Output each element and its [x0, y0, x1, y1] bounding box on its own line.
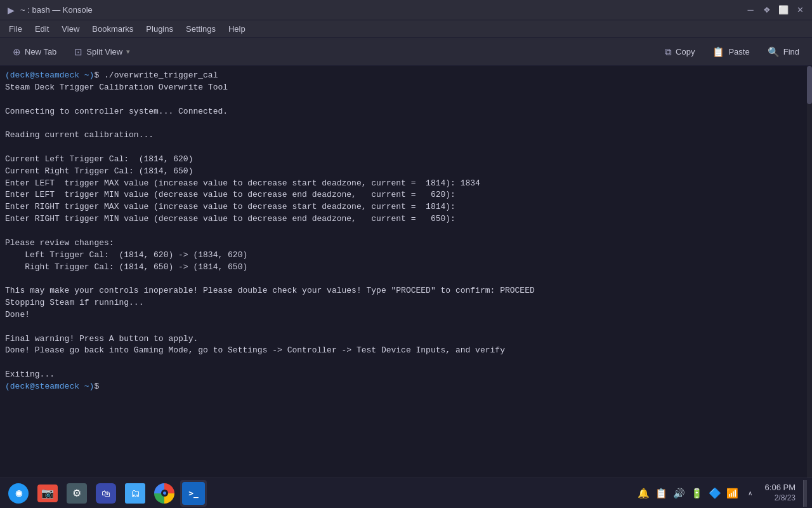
taskbar-files[interactable]: 🗂 [122, 480, 148, 507]
konsole-icon: >_ [182, 482, 205, 505]
taskbar-right: 🔔 📋 🔊 🔋 🔷 📶 ∧ 6:06 PM 2/8/23 [637, 480, 807, 507]
taskbar-settings[interactable]: ⚙ [63, 480, 90, 507]
menu-settings[interactable]: Settings [180, 20, 222, 37]
tray-volume-icon[interactable]: 🔊 [672, 486, 686, 500]
find-icon: 🔍 [768, 46, 780, 58]
titlebar: ▶ ~ : bash — Konsole ─ ❖ ⬜ ✕ [0, 0, 812, 20]
menu-file[interactable]: File [3, 20, 29, 37]
menu-help[interactable]: Help [222, 20, 252, 37]
clock[interactable]: 6:06 PM 2/8/23 [763, 483, 798, 503]
copy-label: Copy [676, 47, 695, 57]
clock-time: 6:06 PM [765, 483, 796, 493]
scrollbar-track[interactable] [807, 66, 812, 478]
find-label: Find [783, 47, 799, 57]
menu-bookmarks[interactable]: Bookmarks [86, 20, 140, 37]
split-view-label: Split View [86, 47, 122, 57]
system-tray: 🔔 📋 🔊 🔋 🔷 📶 ∧ [637, 486, 757, 500]
minimize-button[interactable]: ─ [743, 3, 757, 17]
split-view-icon: ⊡ [74, 46, 82, 58]
menubar: File Edit View Bookmarks Plugins Setting… [0, 20, 812, 38]
tray-battery-icon[interactable]: 🔋 [690, 486, 704, 500]
settings-icon: ⚙ [67, 483, 87, 504]
camera-icon: 📷 [37, 485, 58, 502]
split-view-button[interactable]: ⊡ Split View ▾ [67, 42, 138, 62]
tray-wifi-icon[interactable]: 📶 [726, 486, 740, 500]
taskbar-konsole[interactable]: >_ [180, 480, 207, 507]
new-tab-button[interactable]: ⊕ New Tab [5, 42, 64, 62]
paste-button[interactable]: 📋 Paste [705, 42, 757, 62]
titlebar-left: ▶ ~ : bash — Konsole [5, 4, 93, 16]
float-button[interactable]: ❖ [760, 3, 774, 17]
terminal-content: (deck@steamdeck ~)$ ./overwrite_trigger_… [5, 70, 807, 393]
copy-icon: ⧉ [665, 46, 672, 58]
taskbar-camera[interactable]: 📷 [34, 480, 61, 507]
chrome-icon [154, 483, 174, 504]
window-title: ~ : bash — Konsole [20, 5, 93, 15]
scrollbar-thumb[interactable] [807, 66, 812, 104]
tray-clipboard-icon[interactable]: 📋 [655, 486, 669, 500]
files-icon: 🗂 [125, 483, 145, 504]
paste-icon: 📋 [712, 46, 724, 58]
menu-edit[interactable]: Edit [29, 20, 55, 37]
terminal-icon: ▶ [5, 4, 16, 16]
tray-notification-icon[interactable]: 🔔 [637, 486, 651, 500]
tray-bluetooth-icon[interactable]: 🔷 [708, 486, 722, 500]
maximize-button[interactable]: ⬜ [776, 3, 790, 17]
new-tab-icon: ⊕ [13, 46, 21, 58]
show-desktop-button[interactable] [803, 480, 807, 507]
menu-view[interactable]: View [55, 20, 86, 37]
toolbar-right: ⧉ Copy 📋 Paste 🔍 Find [657, 42, 807, 62]
window-controls: ─ ❖ ⬜ ✕ [743, 3, 807, 17]
close-button[interactable]: ✕ [793, 3, 807, 17]
find-button[interactable]: 🔍 Find [760, 42, 807, 62]
clock-date: 2/8/23 [765, 493, 796, 504]
menu-plugins[interactable]: Plugins [140, 20, 180, 37]
toolbar: ⊕ New Tab ⊡ Split View ▾ ⧉ Copy 📋 Paste … [0, 38, 812, 66]
store-icon: 🛍 [96, 483, 116, 504]
taskbar-store[interactable]: 🛍 [93, 480, 119, 507]
taskbar-apps: ◉ 📷 ⚙ 🛍 🗂 >_ [5, 480, 207, 507]
taskbar: ◉ 📷 ⚙ 🛍 🗂 >_ 🔔 📋 [0, 478, 812, 508]
split-view-arrow: ▾ [126, 48, 130, 56]
taskbar-chrome[interactable] [151, 480, 178, 507]
new-tab-label: New Tab [25, 47, 56, 57]
copy-button[interactable]: ⧉ Copy [657, 42, 702, 62]
tray-expand-button[interactable]: ∧ [743, 486, 757, 500]
terminal-area[interactable]: (deck@steamdeck ~)$ ./overwrite_trigger_… [0, 66, 812, 478]
taskbar-steamdeck[interactable]: ◉ [5, 480, 32, 507]
paste-label: Paste [728, 47, 749, 57]
steamdeck-icon: ◉ [8, 483, 29, 504]
